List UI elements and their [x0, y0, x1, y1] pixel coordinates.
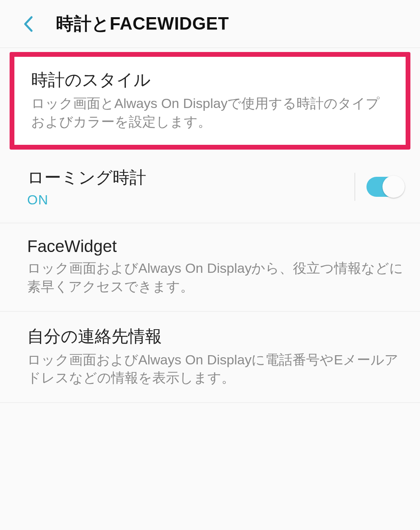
list-item-roaming-clock[interactable]: ローミング時計 ON — [0, 153, 420, 223]
list-item-main: 自分の連絡先情報 ロック画面およびAlways On Displayに電話番号や… — [27, 325, 404, 388]
item-description: ロック画面およびAlways On Displayに電話番号やEメールアドレスな… — [27, 351, 404, 388]
list-item-main: ローミング時計 ON — [27, 166, 346, 208]
page-title: 時計とFACEWIDGET — [56, 12, 229, 36]
list-item-clock-style[interactable]: 時計のスタイル ロック画面とAlways On Displayで使用する時計のタ… — [10, 52, 410, 150]
settings-list: 時計のスタイル ロック画面とAlways On Displayで使用する時計のタ… — [0, 52, 420, 403]
item-description: ロック画面およびAlways On Displayから、役立つ情報などに素早くア… — [27, 259, 404, 296]
back-icon[interactable] — [20, 16, 36, 32]
item-title: 自分の連絡先情報 — [27, 325, 404, 348]
list-item-main: FaceWidget ロック画面およびAlways On Displayから、役… — [27, 237, 404, 296]
list-item-main: 時計のスタイル ロック画面とAlways On Displayで使用する時計のタ… — [31, 69, 394, 131]
item-title: FaceWidget — [27, 237, 404, 256]
item-description: ロック画面とAlways On Displayで使用する時計のタイプおよびカラー… — [31, 94, 394, 131]
roaming-clock-toggle[interactable] — [366, 177, 404, 197]
list-item-facewidget[interactable]: FaceWidget ロック画面およびAlways On Displayから、役… — [0, 223, 420, 312]
header-bar: 時計とFACEWIDGET — [0, 0, 420, 48]
spacer — [0, 150, 420, 153]
item-status: ON — [27, 192, 346, 208]
list-item-contact-info[interactable]: 自分の連絡先情報 ロック画面およびAlways On Displayに電話番号や… — [0, 312, 420, 403]
toggle-knob — [382, 176, 405, 198]
item-title: ローミング時計 — [27, 166, 346, 189]
item-title: 時計のスタイル — [31, 69, 394, 91]
toggle-wrap — [354, 173, 404, 201]
